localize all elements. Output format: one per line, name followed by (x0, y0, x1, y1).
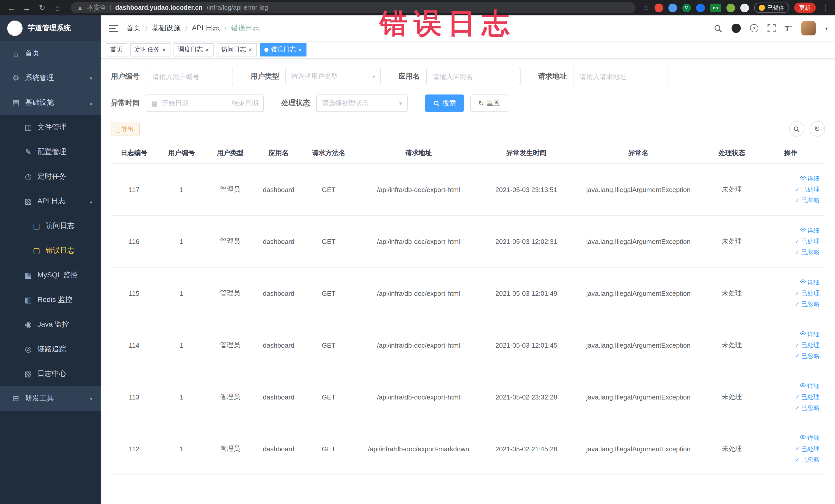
action-label: 已处理 (801, 340, 820, 350)
sidebar-item-label: 基础设施 (25, 98, 54, 107)
extension-v-icon[interactable]: V (682, 3, 691, 12)
browser-back-icon[interactable]: ← (5, 3, 18, 12)
sidebar-item-redis[interactable]: ▥Redis 监控 (0, 287, 101, 312)
ignored-link[interactable]: ✓已忽略 (759, 454, 820, 465)
ignored-link[interactable]: ✓已忽略 (759, 350, 820, 361)
tab-error-log[interactable]: 错误日志× (260, 43, 306, 56)
sidebar-item-system[interactable]: ⚙系统管理▾ (0, 66, 101, 90)
table-row: 1151管理员dashboardGET/api/infra/db-doc/exp… (111, 267, 825, 319)
ignored-link[interactable]: ✓已忽略 (759, 299, 820, 309)
tab-job[interactable]: 定时任务× (130, 43, 170, 56)
browser-menu-icon[interactable]: ⋮ (821, 4, 830, 12)
search-icon[interactable] (714, 24, 722, 33)
refresh-table-button[interactable]: ↻ (809, 121, 825, 137)
breadcrumb-item[interactable]: 首页 (126, 24, 141, 33)
browser-forward-icon[interactable]: → (21, 3, 33, 12)
tab-close-icon[interactable]: × (205, 46, 209, 53)
sidebar-item-config[interactable]: ✎配置管理 (0, 140, 101, 164)
sidebar-item-job[interactable]: ◷定时任务 (0, 164, 101, 189)
omnibox-divider (110, 4, 111, 11)
address-bar[interactable]: ▲ 不安全 dashboard.yudao.iocoder.cn /infra/… (71, 2, 635, 13)
hamburger-icon[interactable] (101, 24, 126, 32)
cell-id: 112 (111, 423, 157, 475)
toggle-search-button[interactable] (789, 121, 804, 137)
browser-home-icon[interactable]: ⌂ (51, 3, 64, 12)
tab-close-icon[interactable]: × (248, 46, 252, 53)
table-body: 1171管理员dashboardGET/api/infra/db-doc/exp… (111, 164, 825, 475)
sidebar-item-home[interactable]: ⌂首页 (0, 41, 101, 66)
browser-refresh-icon[interactable]: ↻ (36, 3, 48, 12)
ignored-link[interactable]: ✓已忽略 (759, 247, 820, 258)
detail-link[interactable]: 详细 (759, 225, 820, 236)
sidebar-item-mysql[interactable]: ▦MySQL 监控 (0, 263, 101, 287)
action-label: 已忽略 (801, 247, 820, 258)
sidebar-item-error-log[interactable]: ▢错误日志 (0, 238, 101, 263)
extension-drop-icon[interactable] (668, 3, 677, 12)
user-id-input[interactable] (146, 68, 233, 85)
cell-app: dashboard (254, 216, 303, 267)
app-name-input[interactable] (426, 68, 521, 85)
sidebar-item-access-log[interactable]: ▢访问日志 (0, 214, 101, 238)
extension-red-icon[interactable] (654, 3, 663, 12)
ignored-link[interactable]: ✓已忽略 (759, 402, 820, 413)
processed-link[interactable]: ✓已处理 (759, 443, 820, 454)
user-type-placeholder: 请选择用户类型 (291, 72, 338, 81)
user-type-select[interactable]: 请选择用户类型 ▾ (285, 68, 381, 85)
github-icon[interactable] (732, 24, 741, 33)
action-label: 详细 (807, 277, 820, 288)
search-button[interactable]: 搜索 (425, 95, 464, 112)
sidebar-item-java[interactable]: ◉Java 监控 (0, 312, 101, 337)
cell-method: GET (303, 319, 354, 371)
tab-home[interactable]: 首页 (106, 43, 127, 56)
export-button[interactable]: ↓ 导出 (111, 122, 139, 136)
sidebar-item-log-center[interactable]: ▧日志中心 (0, 362, 101, 386)
detail-link[interactable]: 详细 (759, 173, 820, 184)
sidebar-item-trace[interactable]: ◎链路追踪 (0, 337, 101, 362)
breadcrumb-item[interactable]: API 日志 (192, 24, 220, 33)
processed-link[interactable]: ✓已处理 (759, 391, 820, 402)
process-status-select[interactable]: 请选择处理状态 ▾ (316, 95, 408, 112)
tab-job-log[interactable]: 调度日志× (174, 43, 213, 56)
breadcrumb-item[interactable]: 基础设施 (152, 24, 181, 33)
fullscreen-icon[interactable] (768, 24, 776, 32)
sidebar-item-file[interactable]: ◫文件管理 (0, 115, 101, 140)
font-size-icon[interactable]: TT (785, 24, 792, 33)
extension-grid-icon[interactable] (696, 3, 705, 12)
table-header-row: 日志编号用户编号用户类型应用名请求方法名请求地址异常发生时间异常名处理状态操作 (111, 143, 825, 164)
help-icon[interactable]: ? (750, 24, 758, 32)
browser-update-button[interactable]: 更新 (794, 3, 815, 13)
detail-link[interactable]: 详细 (759, 381, 820, 391)
extension-paw-icon[interactable] (740, 3, 749, 12)
start-date-placeholder: 开始日期 (162, 99, 189, 108)
extension-on-icon[interactable]: on (710, 3, 721, 12)
tab-access-log[interactable]: 访问日志× (217, 43, 257, 56)
sidebar-item-devtools[interactable]: ⊞研发工具▾ (0, 386, 101, 411)
sidebar-item-label: 定时任务 (38, 172, 66, 181)
extension-leaf-icon[interactable] (726, 3, 735, 12)
eye-icon (799, 432, 806, 443)
avatar-caret-icon[interactable]: ▾ (825, 25, 828, 31)
sidebar-item-infra[interactable]: ▤基础设施▴ (0, 90, 101, 115)
date-range-picker[interactable]: ▦ 开始日期 - 结束日期 (146, 95, 264, 112)
processed-link[interactable]: ✓已处理 (759, 236, 820, 247)
processed-link[interactable]: ✓已处理 (759, 184, 820, 195)
detail-link[interactable]: 详细 (759, 329, 820, 340)
reset-button[interactable]: ↻ 重置 (470, 95, 508, 112)
detail-link[interactable]: 详细 (759, 277, 820, 288)
action-label: 详细 (807, 381, 820, 391)
user-avatar[interactable] (802, 21, 816, 36)
detail-link[interactable]: 详细 (759, 432, 820, 443)
sidebar-item-api-log[interactable]: ▧API 日志▴ (0, 189, 101, 214)
tab-close-icon[interactable]: × (162, 46, 166, 53)
processed-link[interactable]: ✓已处理 (759, 340, 820, 350)
tab-close-icon[interactable]: × (298, 46, 302, 53)
paused-chip[interactable]: 已暂停 (754, 3, 789, 13)
sidebar-logo[interactable]: 芋道管理系统 (0, 15, 101, 41)
processed-link[interactable]: ✓已处理 (759, 288, 820, 299)
ignored-link[interactable]: ✓已忽略 (759, 195, 820, 206)
bookmark-star-icon[interactable]: ☆ (643, 4, 649, 12)
action-label: 已处理 (801, 288, 820, 299)
request-url-input[interactable] (573, 68, 668, 85)
doc-icon: ▢ (31, 221, 42, 230)
cell-method: GET (303, 371, 354, 423)
